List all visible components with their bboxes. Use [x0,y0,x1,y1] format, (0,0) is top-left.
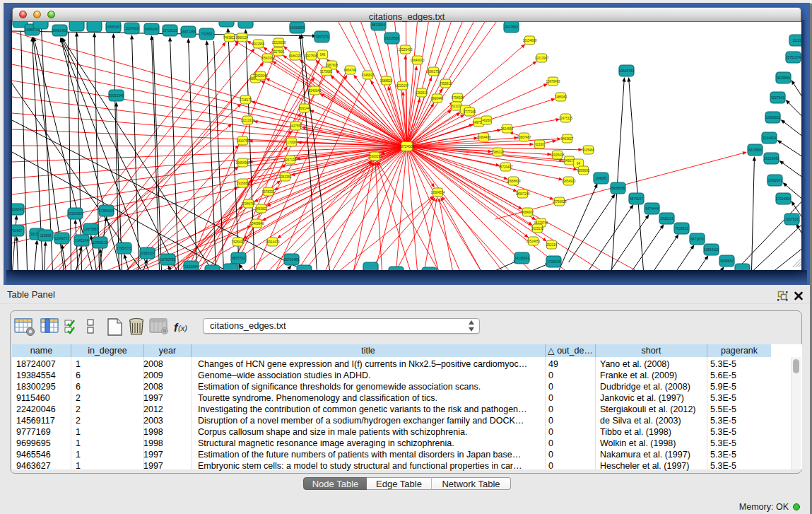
svg-text:3267130: 3267130 [284,158,297,162]
svg-text:18724007: 18724007 [399,145,415,148]
svg-text:8960124: 8960124 [236,36,249,40]
svg-text:12975115: 12975115 [559,117,573,120]
svg-text:13654923: 13654923 [561,180,576,183]
svg-text:15300293: 15300293 [367,155,382,158]
svg-text:(x): (x) [178,324,187,332]
svg-text:1145194: 1145194 [75,239,88,243]
svg-text:64: 64 [577,162,581,165]
svg-text:9427552: 9427552 [290,124,302,128]
svg-text:5578332: 5578332 [262,190,275,194]
svg-text:252214: 252214 [546,243,558,247]
svg-text:16210643: 16210643 [764,157,779,160]
svg-text:19218506: 19218506 [384,37,400,40]
svg-text:9327505: 9327505 [272,50,285,54]
svg-text:9242848: 9242848 [309,89,322,93]
svg-text:751552: 751552 [201,33,212,36]
svg-text:10973493: 10973493 [546,80,560,83]
svg-text:1362615: 1362615 [416,91,428,95]
svg-text:19756928: 19756928 [552,200,567,204]
svg-text:18907249: 18907249 [515,192,530,196]
svg-text:9146821: 9146821 [362,74,375,77]
svg-text:8220197: 8220197 [396,84,409,88]
svg-text:9857791: 9857791 [232,257,245,260]
svg-text:8912954: 8912954 [252,42,265,46]
svg-text:12213967: 12213967 [534,57,549,60]
svg-text:10688609: 10688609 [506,180,521,183]
svg-text:16671355: 16671355 [181,30,196,34]
svg-text:10655267: 10655267 [106,25,122,29]
svg-text:803144: 803144 [299,107,310,110]
svg-text:115568: 115568 [40,234,52,238]
svg-text:10807487: 10807487 [517,136,531,139]
svg-text:9794028: 9794028 [452,96,464,100]
svg-text:8454749: 8454749 [344,69,357,72]
svg-text:2626640: 2626640 [12,208,23,211]
svg-text:16914479: 16914479 [265,240,280,244]
svg-text:17359924: 17359924 [99,209,114,213]
svg-text:16033809: 16033809 [290,26,305,30]
svg-text:10719155: 10719155 [163,29,178,33]
svg-text:164095: 164095 [595,177,606,180]
svg-text:16154808: 16154808 [522,39,537,42]
svg-text:16961758: 16961758 [426,70,441,74]
svg-text:546: 546 [320,53,326,57]
svg-text:7357274: 7357274 [315,35,329,39]
svg-text:12213319: 12213319 [240,119,255,122]
svg-text:9474444: 9474444 [645,207,659,211]
svg-text:12093822: 12093822 [765,116,781,119]
svg-text:3493822: 3493822 [255,207,268,211]
svg-text:1244419: 1244419 [763,136,776,140]
svg-text:1733426: 1733426 [547,260,560,264]
svg-text:20053346: 20053346 [109,94,124,98]
svg-text:9327505: 9327505 [305,54,318,58]
svg-text:13325419: 13325419 [398,48,413,52]
svg-text:10648784: 10648784 [619,69,635,73]
svg-text:7986322: 7986322 [492,151,505,154]
svg-text:6879197: 6879197 [630,197,643,201]
svg-text:10025438: 10025438 [550,153,565,157]
svg-text:20691406: 20691406 [52,29,68,33]
svg-text:9227343: 9227343 [771,96,784,100]
svg-text:19584554: 19584554 [430,191,445,194]
svg-text:1588520: 1588520 [380,79,393,83]
svg-text:14136141: 14136141 [514,257,530,260]
svg-text:62160: 62160 [535,143,544,146]
svg-text:1167533: 1167533 [785,218,799,221]
svg-text:8471676: 8471676 [690,238,704,241]
svg-text:17008: 17008 [287,141,296,144]
svg-text:8813054: 8813054 [372,23,385,27]
svg-text:1916682: 1916682 [237,182,249,185]
svg-text:17046766: 17046766 [241,202,256,206]
svg-text:15751074: 15751074 [786,56,801,59]
svg-text:7463822: 7463822 [223,36,236,40]
svg-text:17016504: 17016504 [776,197,792,201]
svg-text:3175685: 3175685 [320,70,333,74]
svg-text:1615132: 1615132 [531,227,544,230]
svg-text:19654985: 19654985 [235,161,250,165]
svg-text:15409948: 15409948 [249,222,264,226]
svg-text:10543362: 10543362 [260,57,275,60]
svg-text:2047682: 2047682 [505,25,518,29]
svg-text:13524851: 13524851 [526,240,541,243]
svg-text:16640910: 16640910 [410,59,425,62]
svg-text:16782759: 16782759 [160,258,176,262]
svg-text:9084007: 9084007 [522,211,534,214]
svg-text:20364436: 20364436 [476,136,491,139]
svg-text:7485063: 7485063 [555,95,567,99]
svg-text:7955812: 7955812 [440,82,452,86]
svg-text:7632621: 7632621 [675,227,688,230]
svg-text:10958107: 10958107 [140,252,155,255]
svg-text:3624554: 3624554 [501,127,514,131]
svg-text:8186323: 8186323 [289,54,302,58]
svg-text:13226058: 13226058 [271,41,286,45]
svg-text:15716485: 15716485 [284,258,300,262]
svg-text:12975887: 12975887 [83,228,99,231]
svg-text:1810755: 1810755 [237,139,249,143]
svg-text:11122: 11122 [792,39,801,42]
svg-text:9245652: 9245652 [720,259,734,263]
svg-text:8938938: 8938938 [611,187,625,190]
svg-text:46266: 46266 [482,119,491,122]
svg-text:23420046: 23420046 [253,74,268,78]
svg-text:10654112: 10654112 [704,248,719,252]
svg-text:6899695: 6899695 [577,169,590,173]
